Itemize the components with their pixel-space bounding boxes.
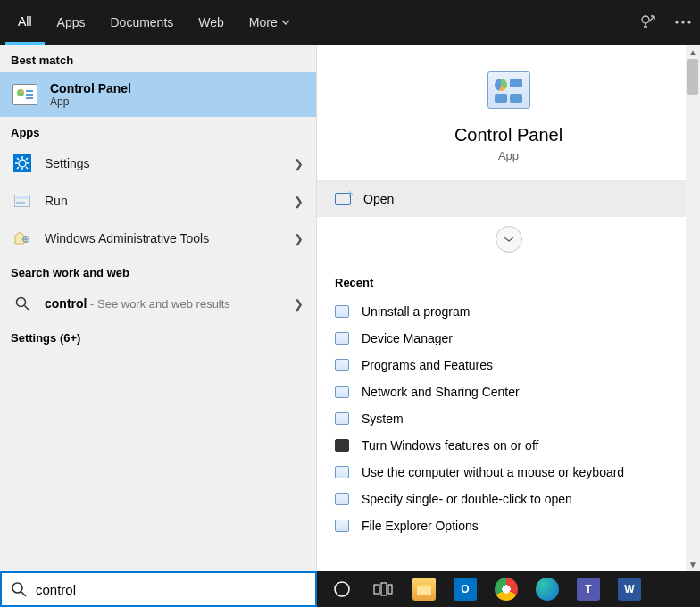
recent-click-options[interactable]: Specify single- or double-click to open	[335, 486, 682, 512]
taskbar-edge[interactable]	[528, 571, 567, 607]
recent-label: Programs and Features	[362, 358, 493, 372]
search-icon	[11, 581, 27, 597]
vertical-scrollbar[interactable]: ▲ ▼	[686, 45, 700, 571]
taskbar-teams[interactable]: T	[569, 571, 608, 607]
preview-subtitle: App	[317, 149, 700, 162]
action-open-label: Open	[363, 192, 394, 206]
web-search-sub: - See work and web results	[87, 297, 229, 311]
section-settings-more[interactable]: Settings (6+)	[0, 322, 316, 350]
result-label: Run	[45, 194, 281, 208]
recent-label: Specify single- or double-click to open	[362, 492, 572, 506]
chevron-right-icon: ❯	[294, 297, 304, 311]
control-panel-item-icon	[335, 305, 349, 318]
preview-header: Control Panel App	[317, 45, 700, 181]
svg-line-28	[21, 592, 26, 596]
tab-more-label: More	[249, 15, 278, 29]
recent-label: Uninstall a program	[362, 304, 470, 319]
search-filter-tabs: All Apps Documents Web More	[0, 0, 700, 45]
svg-point-3	[688, 21, 690, 23]
scroll-down-arrow[interactable]: ▼	[686, 557, 700, 571]
recent-label: Device Manager	[362, 331, 453, 345]
section-apps: Apps	[0, 117, 316, 145]
cortana-icon[interactable]	[322, 571, 362, 607]
tab-documents[interactable]: Documents	[97, 0, 186, 45]
chevron-down-icon	[281, 20, 290, 25]
taskbar-file-explorer[interactable]	[404, 571, 444, 607]
scroll-thumb[interactable]	[688, 59, 698, 95]
svg-rect-31	[381, 583, 387, 595]
taskbar: O T W	[317, 571, 700, 607]
admin-tools-icon	[12, 229, 32, 248]
open-icon	[335, 193, 351, 205]
svg-point-1	[675, 21, 678, 23]
control-panel-item-icon	[335, 386, 349, 398]
svg-point-29	[335, 582, 349, 596]
best-match-control-panel[interactable]: Control Panel App	[0, 72, 316, 117]
best-match-sub: App	[50, 96, 131, 108]
tab-web[interactable]: Web	[186, 0, 237, 45]
result-admin-tools[interactable]: Windows Administrative Tools ❯	[0, 220, 316, 257]
expand-actions-button[interactable]	[496, 226, 522, 253]
tab-apps[interactable]: Apps	[45, 0, 98, 45]
windows-features-icon	[335, 439, 349, 452]
recent-file-explorer-options[interactable]: File Explorer Options	[335, 512, 682, 539]
recent-no-mouse-keyboard[interactable]: Use the computer without a mouse or keyb…	[335, 459, 682, 486]
recent-system[interactable]: System	[335, 405, 682, 432]
chevron-down-icon	[503, 236, 515, 243]
control-panel-icon	[12, 84, 38, 105]
recent-label: Network and Sharing Center	[362, 385, 520, 399]
tab-all[interactable]: All	[5, 0, 45, 45]
svg-rect-7	[26, 94, 33, 96]
chevron-right-icon: ❯	[294, 232, 304, 245]
action-open[interactable]: Open	[317, 181, 700, 217]
recent-label: System	[362, 412, 404, 426]
taskbar-chrome[interactable]	[487, 571, 526, 607]
recent-label: Turn Windows features on or off	[362, 438, 538, 453]
result-label: Settings	[45, 156, 281, 170]
svg-rect-6	[26, 90, 33, 92]
result-settings[interactable]: Settings ❯	[0, 145, 316, 182]
control-panel-item-icon	[335, 493, 349, 505]
task-view-icon[interactable]	[363, 571, 403, 607]
control-panel-item-icon	[335, 412, 349, 425]
recent-heading: Recent	[335, 269, 682, 298]
tab-more[interactable]: More	[237, 0, 303, 45]
best-match-title: Control Panel	[50, 81, 131, 96]
control-panel-item-icon	[335, 466, 349, 478]
search-input[interactable]	[36, 582, 306, 597]
feedback-icon[interactable]	[639, 13, 657, 31]
control-panel-item-icon	[335, 332, 349, 345]
section-search-web: Search work and web	[0, 257, 316, 285]
scroll-up-arrow[interactable]: ▲	[686, 45, 700, 59]
recent-device-manager[interactable]: Device Manager	[335, 325, 682, 352]
result-run[interactable]: Run ❯	[0, 182, 316, 220]
svg-point-27	[12, 583, 22, 593]
recent-label: File Explorer Options	[362, 519, 479, 533]
recent-windows-features[interactable]: Turn Windows features on or off	[335, 432, 682, 459]
expand-actions-row	[317, 217, 700, 262]
more-options-icon[interactable]	[675, 21, 691, 24]
control-panel-item-icon	[335, 520, 349, 532]
svg-rect-21	[16, 202, 25, 204]
start-search-box[interactable]	[0, 571, 317, 607]
section-best-match: Best match	[0, 45, 316, 72]
svg-line-26	[25, 306, 29, 311]
svg-rect-30	[374, 585, 379, 594]
settings-gear-icon	[12, 154, 32, 173]
recent-programs-features[interactable]: Programs and Features	[335, 352, 682, 378]
preview-title: Control Panel	[317, 125, 700, 146]
result-web-search[interactable]: control - See work and web results ❯	[0, 285, 316, 322]
recent-label: Use the computer without a mouse or keyb…	[362, 465, 624, 479]
recent-uninstall-program[interactable]: Uninstall a program	[335, 298, 682, 325]
svg-point-2	[681, 21, 684, 23]
taskbar-outlook[interactable]: O	[446, 571, 485, 607]
bottom-bar: O T W	[0, 571, 700, 607]
recent-block: Recent Uninstall a program Device Manage…	[317, 262, 700, 550]
svg-rect-20	[16, 196, 29, 199]
result-preview-pane: Control Panel App Open Recent Uninstall …	[317, 45, 700, 571]
svg-point-25	[17, 298, 26, 307]
control-panel-item-icon	[335, 359, 349, 371]
taskbar-word[interactable]: W	[610, 571, 649, 607]
svg-point-0	[642, 16, 649, 23]
recent-network-sharing[interactable]: Network and Sharing Center	[335, 378, 682, 405]
